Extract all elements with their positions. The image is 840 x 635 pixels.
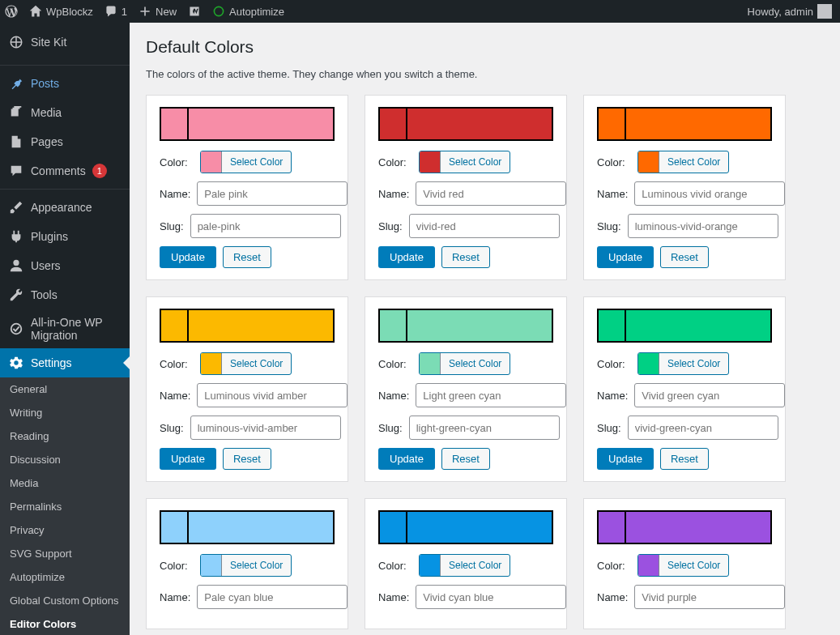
swatch-preview: [160, 510, 335, 544]
update-button[interactable]: Update: [378, 246, 435, 268]
update-button[interactable]: Update: [160, 448, 216, 470]
reset-button[interactable]: Reset: [441, 448, 490, 470]
select-color-button[interactable]: Select Color: [637, 151, 729, 173]
name-input[interactable]: [416, 585, 566, 609]
slug-row: Slug:: [160, 416, 335, 440]
submenu-media[interactable]: Media: [0, 471, 130, 495]
sidebar-item-media[interactable]: Media: [0, 98, 130, 127]
color-chip: [201, 555, 222, 576]
color-row: Color: Select Color: [160, 352, 335, 375]
color-row: Color: Select Color: [160, 554, 335, 577]
wordpress-icon: [5, 5, 18, 18]
select-color-button[interactable]: Select Color: [200, 352, 292, 375]
color-row: Color: Select Color: [378, 554, 553, 577]
slug-input[interactable]: [190, 416, 341, 440]
reset-button[interactable]: Reset: [441, 246, 490, 268]
slug-input[interactable]: [409, 214, 560, 238]
slug-input[interactable]: [409, 416, 560, 440]
admin-bar-right: Howdy, admin: [748, 4, 835, 19]
wp-logo[interactable]: [5, 5, 18, 18]
submenu-general[interactable]: General: [0, 377, 130, 401]
button-row: Update Reset: [160, 448, 335, 470]
sidebar-item-posts[interactable]: Posts: [0, 69, 130, 98]
name-input[interactable]: [416, 181, 566, 206]
sidebar-item-appearance[interactable]: Appearance: [0, 193, 130, 222]
site-link[interactable]: WpBlockz: [29, 5, 93, 18]
name-input[interactable]: [416, 383, 566, 407]
reset-button[interactable]: Reset: [223, 246, 271, 268]
color-chip: [420, 151, 441, 173]
sidebar-item-comments[interactable]: Comments 1: [0, 156, 130, 185]
swatch-large: [626, 310, 770, 341]
select-color-button[interactable]: Select Color: [200, 151, 292, 173]
select-color-button[interactable]: Select Color: [200, 554, 292, 577]
sidebar-label: Tools: [31, 288, 58, 301]
submenu-privacy[interactable]: Privacy: [0, 518, 130, 542]
autoptimize-item[interactable]: Autoptimize: [212, 5, 284, 18]
admin-comments[interactable]: 1: [104, 5, 127, 18]
slug-input[interactable]: [628, 214, 778, 238]
sidebar-item-users[interactable]: Users: [0, 251, 130, 280]
swatch-small: [161, 512, 189, 543]
color-card: Color: Select Color Name: Slug: Update R…: [365, 296, 567, 482]
submenu-reading[interactable]: Reading: [0, 424, 130, 448]
color-card: Color: Select Color Name: Slug: Update R…: [146, 95, 348, 280]
sidebar-item-settings[interactable]: Settings: [0, 348, 130, 377]
submenu-permalinks[interactable]: Permalinks: [0, 495, 130, 518]
button-row: Update Reset: [378, 246, 553, 268]
yoast-item[interactable]: [188, 5, 201, 18]
select-color-button[interactable]: Select Color: [419, 151, 510, 173]
settings-submenu: General Writing Reading Discussion Media…: [0, 377, 130, 635]
swatch-large: [189, 310, 333, 341]
select-color-button[interactable]: Select Color: [419, 352, 510, 375]
slug-input[interactable]: [190, 214, 341, 238]
select-color-label: Select Color: [222, 560, 291, 571]
name-row: Name:: [160, 585, 335, 609]
sidebar-item-migration[interactable]: All-in-One WP Migration: [0, 309, 130, 348]
sidebar-item-plugins[interactable]: Plugins: [0, 222, 130, 251]
submenu-writing[interactable]: Writing: [0, 401, 130, 424]
color-label: Color:: [378, 358, 412, 370]
sidebar-item-tools[interactable]: Tools: [0, 280, 130, 309]
select-color-label: Select Color: [659, 156, 728, 168]
slug-label: Slug:: [597, 422, 621, 434]
submenu-autoptimize[interactable]: Autoptimize: [0, 565, 130, 589]
new-content[interactable]: New: [139, 5, 177, 18]
color-chip: [420, 353, 441, 374]
color-label: Color:: [160, 358, 194, 370]
autoptimize-icon: [212, 5, 225, 18]
submenu-svg[interactable]: SVG Support: [0, 542, 130, 565]
submenu-gco[interactable]: Global Custom Options: [0, 589, 130, 612]
update-button[interactable]: Update: [597, 448, 654, 470]
select-color-button[interactable]: Select Color: [419, 554, 510, 577]
name-input[interactable]: [197, 383, 348, 407]
name-input[interactable]: [197, 585, 348, 609]
select-color-label: Select Color: [222, 156, 291, 168]
name-input[interactable]: [634, 585, 785, 609]
slug-label: Slug:: [597, 220, 621, 232]
submenu-discussion[interactable]: Discussion: [0, 448, 130, 471]
sidebar-item-sitekit[interactable]: Site Kit: [0, 23, 130, 62]
select-color-button[interactable]: Select Color: [637, 554, 729, 577]
select-color-button[interactable]: Select Color: [637, 352, 729, 375]
update-button[interactable]: Update: [597, 246, 654, 268]
select-color-label: Select Color: [441, 560, 510, 571]
slug-input[interactable]: [628, 416, 778, 440]
name-input[interactable]: [197, 181, 348, 206]
main-content: Default Colors The colors of the active …: [130, 23, 830, 635]
account-link[interactable]: Howdy, admin: [748, 4, 832, 19]
sidebar-item-pages[interactable]: Pages: [0, 127, 130, 156]
name-input[interactable]: [634, 181, 785, 206]
update-button[interactable]: Update: [160, 246, 216, 268]
reset-button[interactable]: Reset: [660, 448, 709, 470]
reset-button[interactable]: Reset: [660, 246, 709, 268]
name-input[interactable]: [634, 383, 785, 407]
update-button[interactable]: Update: [378, 448, 435, 470]
name-label: Name:: [160, 188, 190, 200]
color-row: Color: Select Color: [597, 554, 772, 577]
migration-icon: [8, 321, 24, 337]
submenu-editor-colors[interactable]: Editor Colors: [0, 612, 130, 635]
name-label: Name:: [597, 591, 628, 603]
admin-comments-count: 1: [122, 6, 127, 18]
reset-button[interactable]: Reset: [223, 448, 271, 470]
